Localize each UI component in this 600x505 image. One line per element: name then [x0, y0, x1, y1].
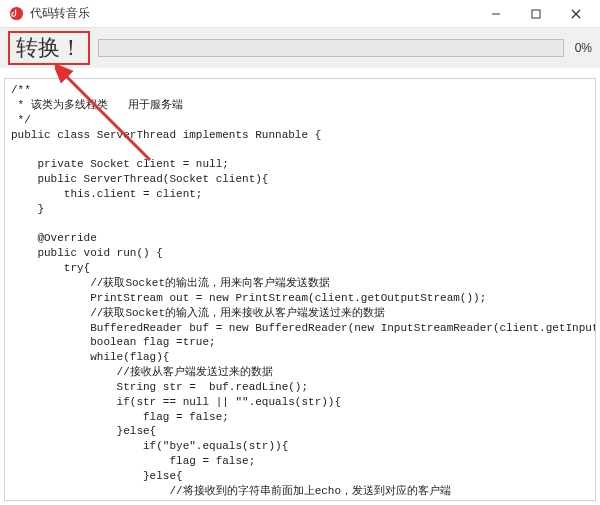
- convert-button[interactable]: 转换！: [8, 31, 90, 65]
- progress-bar: [98, 39, 564, 57]
- titlebar: 代码转音乐: [0, 0, 600, 28]
- window-title: 代码转音乐: [30, 5, 476, 22]
- close-button[interactable]: [556, 1, 596, 27]
- code-view[interactable]: /** * 该类为多线程类 用于服务端 */ public class Serv…: [4, 78, 596, 501]
- progress-percent: 0%: [572, 41, 592, 55]
- toolbar: 转换！ 0%: [0, 28, 600, 68]
- maximize-button[interactable]: [516, 1, 556, 27]
- app-icon: [8, 6, 24, 22]
- svg-rect-2: [532, 10, 540, 18]
- minimize-button[interactable]: [476, 1, 516, 27]
